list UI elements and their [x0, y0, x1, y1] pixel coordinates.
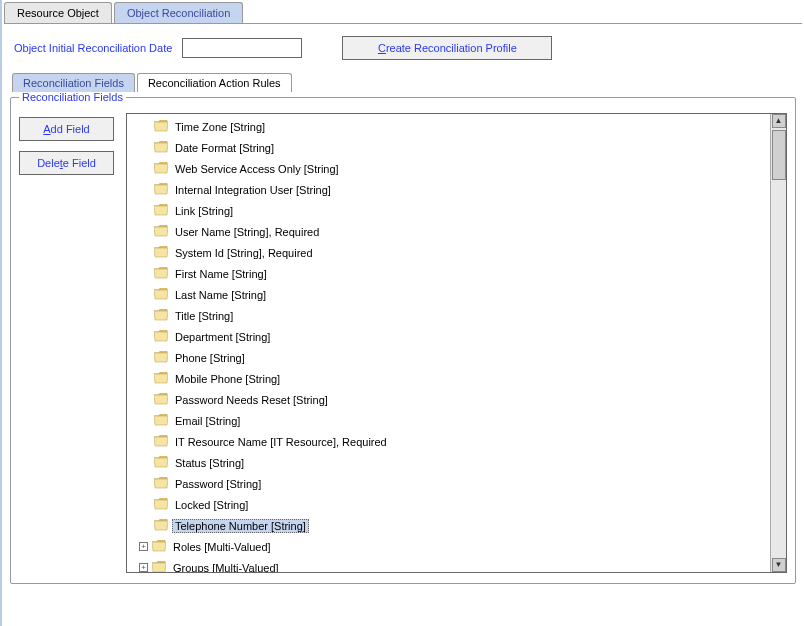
- tree-item[interactable]: User Name [String], Required: [139, 221, 770, 242]
- folder-icon-wrap: [154, 141, 168, 155]
- fieldset-content: Add Field Delete Field Time Zone [String…: [19, 113, 787, 573]
- folder-icon-wrap: [154, 288, 168, 302]
- folder-icon-wrap: [154, 246, 168, 260]
- tree-item-label: Title [String]: [172, 309, 236, 323]
- tree-content: Time Zone [String] Date Format [String] …: [127, 114, 770, 572]
- tree-item-label: Mobile Phone [String]: [172, 372, 283, 386]
- folder-icon-wrap: [154, 267, 168, 281]
- tab-resource-object[interactable]: Resource Object: [4, 2, 112, 23]
- tree-item-label: Internal Integration User [String]: [172, 183, 334, 197]
- tree-item[interactable]: + Roles [Multi-Valued]: [139, 536, 770, 557]
- tree-item[interactable]: Mobile Phone [String]: [139, 368, 770, 389]
- expand-icon[interactable]: +: [139, 542, 148, 551]
- tree-item[interactable]: Date Format [String]: [139, 137, 770, 158]
- tab-object-reconciliation[interactable]: Object Reconciliation: [114, 2, 243, 23]
- folder-icon: [154, 288, 168, 300]
- folder-icon: [152, 561, 166, 573]
- add-field-button[interactable]: Add Field: [19, 117, 114, 141]
- app-window: Resource Object Object Reconciliation Ob…: [0, 0, 804, 626]
- fields-tree: Time Zone [String] Date Format [String] …: [126, 113, 787, 573]
- folder-icon-wrap: [154, 477, 168, 491]
- scrollbar: ▲ ▼: [770, 114, 786, 572]
- scroll-up-button[interactable]: ▲: [772, 114, 786, 128]
- tree-item-label: Date Format [String]: [172, 141, 277, 155]
- folder-icon: [154, 498, 168, 510]
- folder-icon: [154, 372, 168, 384]
- tree-item[interactable]: Password [String]: [139, 473, 770, 494]
- tree-item[interactable]: Email [String]: [139, 410, 770, 431]
- mnemonic: C: [378, 42, 386, 54]
- scroll-track[interactable]: [772, 128, 786, 558]
- folder-icon: [154, 141, 168, 153]
- folder-icon: [154, 414, 168, 426]
- tree-item-label: Link [String]: [172, 204, 236, 218]
- tree-item[interactable]: Last Name [String]: [139, 284, 770, 305]
- tree-item[interactable]: Internal Integration User [String]: [139, 179, 770, 200]
- tree-item[interactable]: System Id [String], Required: [139, 242, 770, 263]
- folder-icon: [154, 435, 168, 447]
- btn-rest: e Field: [63, 157, 96, 169]
- tree-item-label: Locked [String]: [172, 498, 251, 512]
- reconciliation-fields-fieldset: Reconciliation Fields Add Field Delete F…: [10, 91, 796, 584]
- folder-icon: [154, 120, 168, 132]
- tree-item[interactable]: Department [String]: [139, 326, 770, 347]
- folder-icon-wrap: [154, 435, 168, 449]
- tree-item[interactable]: Password Needs Reset [String]: [139, 389, 770, 410]
- tree-item[interactable]: Locked [String]: [139, 494, 770, 515]
- scroll-down-button[interactable]: ▼: [772, 558, 786, 572]
- btn-rest: reate Reconciliation Profile: [386, 42, 517, 54]
- folder-icon-wrap: [154, 351, 168, 365]
- folder-icon: [154, 225, 168, 237]
- tree-item[interactable]: First Name [String]: [139, 263, 770, 284]
- folder-icon-wrap: [154, 162, 168, 176]
- folder-icon: [154, 330, 168, 342]
- folder-icon: [154, 246, 168, 258]
- folder-icon-wrap: [154, 414, 168, 428]
- tree-item[interactable]: Phone [String]: [139, 347, 770, 368]
- folder-icon-wrap: [154, 372, 168, 386]
- tree-item-label: Time Zone [String]: [172, 120, 268, 134]
- tree-item-label: Password Needs Reset [String]: [172, 393, 331, 407]
- tree-item[interactable]: Status [String]: [139, 452, 770, 473]
- folder-icon-wrap: [152, 561, 166, 573]
- tree-item-label: User Name [String], Required: [172, 225, 322, 239]
- tree-item-label: Telephone Number [String]: [172, 519, 309, 533]
- tab-label: Reconciliation Action Rules: [148, 77, 281, 89]
- folder-icon-wrap: [154, 183, 168, 197]
- tree-item[interactable]: Link [String]: [139, 200, 770, 221]
- tree-item-label: System Id [String], Required: [172, 246, 316, 260]
- tree-item[interactable]: Web Service Access Only [String]: [139, 158, 770, 179]
- tree-item[interactable]: Telephone Number [String]: [139, 515, 770, 536]
- folder-icon: [154, 456, 168, 468]
- mnemonic: A: [43, 123, 50, 135]
- tree-item[interactable]: + Groups [Multi-Valued]: [139, 557, 770, 572]
- folder-icon-wrap: [154, 456, 168, 470]
- folder-icon: [154, 393, 168, 405]
- tree-item-label: IT Resource Name [IT Resource], Required: [172, 435, 390, 449]
- folder-icon-wrap: [154, 309, 168, 323]
- initial-recon-date-label: Object Initial Reconciliation Date: [14, 42, 172, 54]
- delete-field-button[interactable]: Delete Field: [19, 151, 114, 175]
- folder-icon-wrap: [154, 498, 168, 512]
- folder-icon-wrap: [152, 540, 166, 554]
- tab-reconciliation-fields[interactable]: Reconciliation Fields: [12, 73, 135, 92]
- initial-recon-date-input[interactable]: [182, 38, 302, 58]
- tree-item[interactable]: Time Zone [String]: [139, 116, 770, 137]
- inner-tabs: Reconciliation Fields Reconciliation Act…: [12, 73, 802, 92]
- tree-item-label: Web Service Access Only [String]: [172, 162, 342, 176]
- folder-icon: [154, 309, 168, 321]
- tab-label: Resource Object: [17, 7, 99, 19]
- folder-icon: [154, 477, 168, 489]
- folder-icon-wrap: [154, 519, 168, 533]
- tree-item-label: Phone [String]: [172, 351, 248, 365]
- folder-icon-wrap: [154, 204, 168, 218]
- folder-icon: [152, 540, 166, 552]
- folder-icon-wrap: [154, 393, 168, 407]
- btn-pre: Dele: [37, 157, 60, 169]
- tree-item[interactable]: IT Resource Name [IT Resource], Required: [139, 431, 770, 452]
- create-recon-profile-button[interactable]: Create Reconciliation Profile: [342, 36, 552, 60]
- expand-icon[interactable]: +: [139, 563, 148, 572]
- tab-reconciliation-action-rules[interactable]: Reconciliation Action Rules: [137, 73, 292, 92]
- tree-item[interactable]: Title [String]: [139, 305, 770, 326]
- scroll-thumb[interactable]: [772, 130, 786, 180]
